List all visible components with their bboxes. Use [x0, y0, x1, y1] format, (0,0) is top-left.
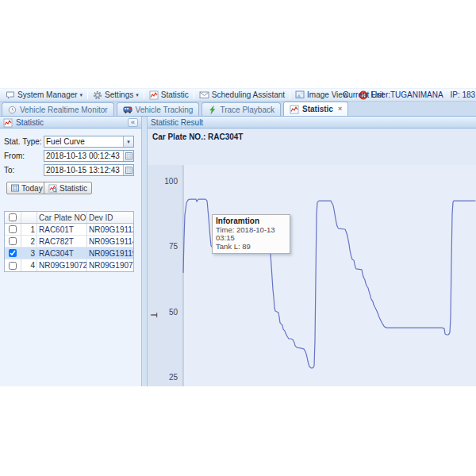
calendar-icon[interactable]: [123, 151, 133, 161]
screenshot-canvas: System Manager ▾ Settings ▾ Statistic: [0, 0, 476, 476]
menu-item-system-manager[interactable]: System Manager ▾: [2, 90, 86, 101]
y-axis-title: T: [149, 313, 158, 317]
row-checkbox[interactable]: [9, 262, 17, 270]
row-checkbox[interactable]: [9, 237, 17, 245]
stat-type-select[interactable]: ▾: [44, 136, 134, 148]
statistic-panel: Statistic « Stat. Type: ▾ From:: [0, 117, 142, 386]
menu-separator: [144, 90, 144, 99]
menu-separator: [87, 90, 88, 99]
session-info: Current User:TUGANIMANA IP: 183.14.30.21…: [343, 89, 476, 102]
to-date-field[interactable]: [44, 164, 134, 176]
playback-icon: [208, 106, 217, 114]
panel-title: Statistic Result: [151, 118, 203, 127]
statistic-panel-header: Statistic «: [0, 117, 141, 129]
calendar-icon[interactable]: [123, 165, 133, 175]
stat-type-label: Stat. Type:: [4, 137, 42, 146]
row-index: 1: [21, 224, 37, 235]
table-row[interactable]: 3 RAC304T NR09G19119: [5, 248, 133, 259]
car-plate-cell: RAC601T: [37, 224, 87, 235]
tab-trace-playback[interactable]: Trace Playback: [202, 102, 281, 116]
main-content: Statistic « Stat. Type: ▾ From:: [0, 117, 476, 386]
current-user-label: Current User:TUGANIMANA: [343, 90, 443, 99]
statistic-panel-body: Stat. Type: ▾ From: To:: [0, 129, 142, 386]
envelope-icon: [199, 90, 209, 99]
y-axis-tick-label: 25: [169, 373, 178, 382]
from-label: From:: [4, 152, 25, 160]
car-plate-cell: RAC304T: [37, 248, 87, 259]
dev-id-cell: NR09G19112: [87, 224, 133, 235]
gear-icon: [93, 90, 102, 100]
menu-item-settings[interactable]: Settings ▾: [89, 90, 143, 101]
chevron-down-icon: ▾: [80, 92, 83, 98]
select-all-checkbox[interactable]: [9, 213, 17, 221]
close-icon[interactable]: ×: [338, 106, 342, 113]
menu-item-label: Scheduling Assistant: [212, 90, 285, 99]
tab-vehicle-realtime-monitor[interactable]: Vehicle Realtime Monitor: [2, 102, 114, 116]
tooltip-time: Time: 2018-10-13 03:15: [216, 226, 286, 244]
row-checkbox[interactable]: [9, 249, 17, 257]
panel-title: Statistic: [16, 118, 44, 127]
chart-icon: [149, 90, 159, 100]
table-row[interactable]: 1 RAC601T NR09G19112: [5, 224, 133, 236]
menu-item-label: System Manager: [17, 90, 78, 99]
column-header-index: [21, 212, 37, 223]
menu-item-scheduling-assistant[interactable]: Scheduling Assistant: [195, 90, 289, 100]
car-plate-cell: NR09G19072: [37, 259, 87, 271]
clock-icon: [8, 106, 17, 114]
panel-splitter[interactable]: [142, 117, 148, 386]
chevron-down-icon[interactable]: ▾: [123, 136, 133, 147]
tooltip-tank-level: Tank L: 89: [216, 243, 286, 251]
tab-statistic[interactable]: Statistic ×: [283, 102, 348, 116]
dev-id-cell: NR09G19114: [87, 236, 133, 247]
menu-separator: [194, 90, 194, 99]
statistic-result-header: Statistic Result: [148, 117, 476, 129]
bus-icon: [123, 106, 132, 114]
menu-separator: [290, 90, 290, 99]
from-date-field[interactable]: [44, 150, 134, 162]
from-date-value[interactable]: [44, 152, 123, 161]
calendar-icon: [11, 184, 19, 192]
collapse-panel-button[interactable]: «: [128, 118, 138, 127]
chart-search-icon: [48, 184, 57, 193]
tab-label: Vehicle Realtime Monitor: [20, 106, 108, 114]
chevron-down-icon: ▾: [136, 92, 139, 98]
column-header-devid: Dev ID: [87, 212, 133, 223]
column-header-plate: Car Plate NO.: [37, 212, 87, 223]
row-index: 3: [21, 248, 37, 259]
car-plate-cell: RAC782T: [37, 236, 87, 247]
menu-bar: System Manager ▾ Settings ▾ Statistic: [0, 88, 476, 102]
row-index: 2: [21, 236, 37, 247]
tab-bar: Vehicle Realtime Monitor Vehicle Trackin…: [0, 102, 476, 117]
button-label: Today: [21, 184, 43, 193]
table-header-row: Car Plate NO. Dev ID: [5, 212, 133, 224]
vehicle-table: Car Plate NO. Dev ID 1 RAC601T NR09G1911…: [4, 211, 134, 272]
dev-id-cell: NR09G19119: [87, 248, 133, 259]
y-axis-tick-label: 100: [164, 177, 178, 186]
chart-icon: [290, 105, 299, 114]
menu-item-statistic[interactable]: Statistic: [145, 90, 193, 101]
table-row[interactable]: 2 RAC782T NR09G19114: [5, 236, 133, 248]
car-plate-title: Car Plate NO.: RAC304T: [152, 132, 243, 141]
table-row[interactable]: 4 NR09G19072 NR09G19072: [5, 259, 133, 271]
statistic-result-body: Car Plate NO.: RAC304T 100755025T Infora…: [148, 129, 476, 386]
row-checkbox[interactable]: [9, 225, 17, 233]
dev-id-cell: NR09G19072: [87, 259, 133, 271]
chart-icon: [3, 118, 13, 128]
tab-vehicle-tracking[interactable]: Vehicle Tracking: [117, 102, 200, 116]
to-date-value[interactable]: [44, 166, 123, 175]
statistic-button[interactable]: Statistic: [44, 182, 92, 194]
fuel-curve-chart: 100755025T: [148, 147, 476, 386]
comment-icon: [6, 90, 15, 100]
button-label: Statistic: [60, 184, 87, 193]
y-axis-tick-label: 50: [169, 308, 178, 317]
app-window: System Manager ▾ Settings ▾ Statistic: [0, 88, 476, 388]
tab-label: Vehicle Tracking: [136, 106, 194, 114]
tab-label: Trace Playback: [220, 106, 274, 114]
ip-label: IP: 183.14.30.219: [450, 90, 476, 99]
to-label: To:: [4, 166, 14, 175]
stat-type-value[interactable]: [44, 137, 123, 147]
today-button[interactable]: Today: [6, 182, 48, 194]
tooltip-title: Inforamtion: [216, 217, 286, 226]
tab-label: Statistic: [302, 105, 333, 113]
menu-item-label: Settings: [105, 90, 133, 99]
